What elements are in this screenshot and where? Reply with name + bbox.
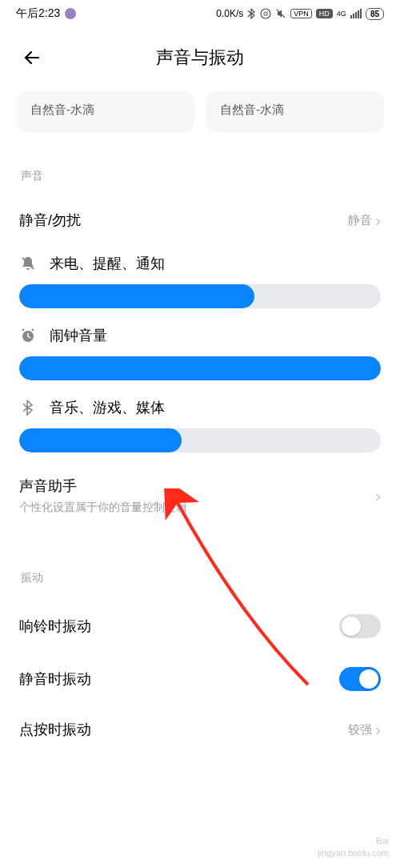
silent-vibrate-row: 静音时振动 bbox=[0, 653, 400, 705]
silent-dnd-row[interactable]: 静音/勿扰 静音 › bbox=[0, 198, 400, 243]
mute-icon bbox=[275, 8, 286, 19]
sound-assistant-subtitle: 个性化设置属于你的音量控制逻辑 bbox=[19, 500, 187, 515]
page-header: 声音与振动 bbox=[0, 27, 400, 91]
watermark: Bai jingyan.baidu.com bbox=[318, 835, 389, 858]
chevron-right-icon: › bbox=[375, 487, 381, 505]
media-volume-slider[interactable] bbox=[19, 428, 381, 452]
orientation-lock-icon bbox=[260, 8, 271, 19]
vibration-section-label: 振动 bbox=[0, 526, 400, 600]
slider-fill bbox=[19, 284, 254, 308]
network-type: 4G bbox=[337, 10, 346, 18]
notification-volume-label: 来电、提醒、通知 bbox=[50, 254, 165, 273]
bell-mute-icon bbox=[19, 255, 37, 271]
status-left: 午后2:23 bbox=[16, 6, 76, 21]
ringtone-chip-right[interactable]: 自然音-水滴 bbox=[206, 91, 384, 132]
bluetooth-icon bbox=[19, 400, 37, 416]
toggle-knob bbox=[342, 617, 361, 636]
alarm-clock-icon bbox=[19, 328, 37, 344]
silent-vibrate-label: 静音时振动 bbox=[19, 669, 91, 689]
silent-dnd-value: 静音 › bbox=[348, 211, 381, 230]
watermark-line: jingyan.baidu.com bbox=[318, 847, 389, 858]
network-speed: 0.0K/s bbox=[216, 8, 243, 19]
svg-rect-2 bbox=[353, 14, 354, 18]
value-text: 静音 bbox=[348, 213, 372, 228]
alarm-volume-block: 闹钟音量 bbox=[0, 315, 400, 387]
chip-label: 自然音-水滴 bbox=[30, 102, 94, 116]
tap-vibrate-title: 点按时振动 bbox=[19, 720, 91, 739]
value-text: 较强 bbox=[348, 722, 372, 737]
chip-label: 自然音-水滴 bbox=[220, 102, 284, 116]
sound-section-label: 声音 bbox=[0, 140, 400, 198]
slider-fill bbox=[19, 356, 381, 380]
svg-point-0 bbox=[261, 9, 270, 18]
status-bar: 午后2:23 0.0K/s VPN HD 4G 85 bbox=[0, 0, 400, 27]
ringtone-chips: 自然音-水滴 自然音-水滴 bbox=[0, 91, 400, 140]
bluetooth-icon bbox=[247, 8, 256, 19]
toggle-knob bbox=[359, 669, 378, 689]
signal-icon bbox=[350, 9, 362, 18]
sound-assistant-row[interactable]: 声音助手 个性化设置属于你的音量控制逻辑 › bbox=[0, 459, 400, 526]
tap-vibrate-row[interactable]: 点按时振动 较强 › bbox=[0, 705, 400, 752]
chevron-right-icon: › bbox=[375, 721, 381, 739]
ring-vibrate-label: 响铃时振动 bbox=[19, 617, 91, 636]
tap-vibrate-value: 较强 › bbox=[348, 721, 381, 739]
notification-volume-slider[interactable] bbox=[19, 284, 381, 308]
status-time: 午后2:23 bbox=[16, 6, 60, 21]
watermark-line: Bai bbox=[318, 835, 389, 846]
chevron-right-icon: › bbox=[375, 211, 381, 230]
ringtone-chip-left[interactable]: 自然音-水滴 bbox=[16, 91, 194, 132]
silent-dnd-title: 静音/勿扰 bbox=[19, 211, 81, 230]
media-volume-block: 音乐、游戏、媒体 bbox=[0, 387, 400, 459]
ring-vibrate-toggle[interactable] bbox=[339, 614, 381, 638]
ring-vibrate-row: 响铃时振动 bbox=[0, 600, 400, 653]
sound-assistant-title: 声音助手 bbox=[19, 476, 187, 496]
back-button[interactable] bbox=[16, 42, 48, 74]
profile-icon bbox=[65, 8, 76, 19]
page-title: 声音与振动 bbox=[156, 46, 244, 70]
alarm-volume-slider[interactable] bbox=[19, 356, 381, 380]
hd-badge: HD bbox=[316, 9, 333, 18]
notification-volume-block: 来电、提醒、通知 bbox=[0, 243, 400, 315]
svg-rect-3 bbox=[355, 12, 357, 18]
silent-vibrate-toggle[interactable] bbox=[339, 667, 381, 691]
svg-rect-5 bbox=[360, 9, 362, 18]
svg-rect-4 bbox=[358, 10, 359, 18]
svg-rect-1 bbox=[350, 15, 352, 18]
battery-badge: 85 bbox=[366, 8, 384, 20]
slider-fill bbox=[19, 428, 182, 452]
status-right: 0.0K/s VPN HD 4G 85 bbox=[216, 8, 384, 20]
vpn-badge: VPN bbox=[290, 9, 312, 18]
alarm-volume-label: 闹钟音量 bbox=[50, 326, 107, 345]
media-volume-label: 音乐、游戏、媒体 bbox=[50, 398, 165, 417]
